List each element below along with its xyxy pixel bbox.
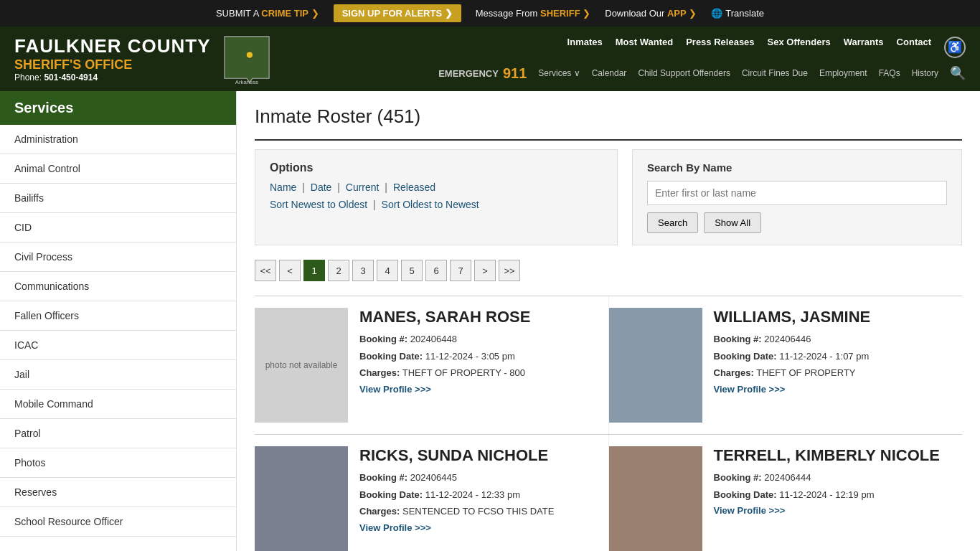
nav-inmates[interactable]: Inmates (567, 37, 603, 58)
sort-newest-link[interactable]: Sort Newest to Oldest (270, 199, 367, 210)
sidebar-item-communications[interactable]: Communications (0, 272, 236, 301)
sidebar-item-jail[interactable]: Jail (0, 360, 236, 390)
page-5[interactable]: 5 (401, 260, 423, 281)
logo-text: FAULKNER COUNTY SHERIFF'S OFFICE Phone: … (14, 35, 211, 83)
accessibility-button[interactable]: ♿ (944, 37, 966, 58)
app-download: Download Our APP ❯ (605, 8, 697, 19)
sheriff-message: Message From SHERIFF ❯ (476, 8, 591, 19)
inmate-name-manes: MANES, SARAH ROSE (359, 308, 601, 326)
page-3[interactable]: 3 (352, 260, 374, 281)
sidebar-item-fallen-officers[interactable]: Fallen Officers (0, 301, 236, 331)
options-search-row: Options Name | Date | Current | Released… (255, 149, 962, 245)
inmate-booking-date-williams: Booking Date: 11-12-2024 - 1:07 pm (714, 349, 956, 364)
inmate-photo-williams (609, 308, 702, 423)
inmate-info-williams: WILLIAMS, JASMINE Booking #: 202406446 B… (714, 308, 963, 423)
sidebar-item-animal-control[interactable]: Animal Control (0, 154, 236, 184)
inmate-profile-link-terrell[interactable]: View Profile >>> (714, 505, 786, 516)
search-button[interactable]: 🔍 (950, 65, 966, 81)
inmate-booking-date-ricks: Booking Date: 11-12-2024 - 12:33 pm (359, 488, 601, 502)
inmate-profile-link-williams[interactable]: View Profile >>> (714, 384, 786, 395)
page-last[interactable]: >> (499, 260, 520, 281)
inmate-name-williams: WILLIAMS, JASMINE (714, 308, 956, 326)
nav-sex-offenders[interactable]: Sex Offenders (768, 37, 831, 58)
inmate-grid: photo not available MANES, SARAH ROSE Bo… (255, 296, 962, 551)
inmate-profile-link-ricks[interactable]: View Profile >>> (359, 522, 431, 533)
inmate-card-manes: photo not available MANES, SARAH ROSE Bo… (255, 296, 609, 434)
search-box: Search By Name Search Show All (632, 149, 962, 245)
sidebar-item-mobile-command[interactable]: Mobile Command (0, 390, 236, 419)
inmate-card-ricks: RICKS, SUNDA NICHOLE Booking #: 20240644… (255, 435, 609, 551)
options-links: Name | Date | Current | Released (270, 182, 603, 193)
inmate-photo-ricks (255, 446, 348, 551)
nav-contact[interactable]: Contact (897, 37, 931, 58)
sidebar-item-civil-process[interactable]: Civil Process (0, 242, 236, 272)
sort-name-link[interactable]: Name (270, 182, 296, 193)
sort-oldest-link[interactable]: Sort Oldest to Newest (382, 199, 479, 210)
inmate-card-williams: WILLIAMS, JASMINE Booking #: 202406446 B… (609, 296, 963, 434)
page-7[interactable]: 7 (450, 260, 471, 281)
search-heading: Search By Name (647, 161, 947, 174)
nav-child-support[interactable]: Child Support Offenders (638, 68, 730, 78)
inmate-photo-terrell (609, 446, 702, 551)
show-all-button[interactable]: Show All (704, 212, 761, 233)
main-wrapper: Services Administration Animal Control B… (0, 91, 980, 551)
sidebar-item-cid[interactable]: CID (0, 213, 236, 242)
header: FAULKNER COUNTY SHERIFF'S OFFICE Phone: … (0, 27, 980, 91)
top-bar: SUBMIT A CRIME TIP ❯ SIGN UP FOR ALERTS … (0, 0, 980, 27)
nav-history[interactable]: History (912, 68, 938, 78)
sidebar: Services Administration Animal Control B… (0, 91, 237, 551)
page-first[interactable]: << (255, 260, 276, 281)
svg-text:Arkansas: Arkansas (235, 79, 258, 84)
title-divider (255, 139, 962, 141)
sort-date-link[interactable]: Date (311, 182, 332, 193)
sort-released-link[interactable]: Released (393, 182, 435, 193)
page-next[interactable]: > (474, 260, 496, 281)
sidebar-item-administration[interactable]: Administration (0, 125, 236, 154)
sidebar-item-school-resource[interactable]: School Resource Officer (0, 507, 236, 537)
sidebar-header: Services (0, 91, 236, 125)
inmate-charges-williams: Charges: THEFT OF PROPERTY (714, 366, 956, 380)
page-prev[interactable]: < (279, 260, 301, 281)
sidebar-item-reserves[interactable]: Reserves (0, 478, 236, 507)
search-input[interactable] (647, 181, 947, 205)
sidebar-item-photos[interactable]: Photos (0, 448, 236, 478)
crime-tip-text: SUBMIT A CRIME TIP ❯ (216, 8, 319, 19)
page-6[interactable]: 6 (425, 260, 447, 281)
inmate-booking-num-manes: Booking #: 202406448 (359, 332, 601, 347)
sidebar-item-icac[interactable]: ICAC (0, 331, 236, 360)
sidebar-item-bailiffs[interactable]: Bailiffs (0, 184, 236, 213)
translate-btn[interactable]: 🌐 Translate (711, 8, 764, 19)
arkansas-map: Arkansas (218, 34, 275, 84)
pagination: << < 1 2 3 4 5 6 7 > >> (255, 260, 962, 281)
inmate-booking-num-ricks: Booking #: 202406445 (359, 471, 601, 485)
inmate-booking-date-manes: Booking Date: 11-12-2024 - 3:05 pm (359, 349, 601, 364)
nav-bottom-links: EMERGENCY 911 Services ∨ Calendar Child … (438, 65, 966, 82)
sort-links: Sort Newest to Oldest | Sort Oldest to N… (270, 199, 603, 210)
nav-most-wanted[interactable]: Most Wanted (616, 37, 673, 58)
inmate-profile-link-manes[interactable]: View Profile >>> (359, 384, 431, 395)
options-heading: Options (270, 161, 603, 174)
nav-calendar[interactable]: Calendar (592, 68, 627, 78)
logo-area: FAULKNER COUNTY SHERIFF'S OFFICE Phone: … (14, 34, 438, 84)
nav-circuit-fines[interactable]: Circuit Fines Due (742, 68, 808, 78)
page-2[interactable]: 2 (328, 260, 349, 281)
page-title: Inmate Roster (451) (255, 105, 962, 128)
nav-press-releases[interactable]: Press Releases (686, 37, 754, 58)
page-1[interactable]: 1 (303, 260, 325, 281)
inmate-row-2: RICKS, SUNDA NICHOLE Booking #: 20240644… (255, 434, 962, 551)
inmate-booking-num-williams: Booking #: 202406446 (714, 332, 956, 347)
search-button-submit[interactable]: Search (647, 212, 698, 233)
nav-employment[interactable]: Employment (819, 68, 867, 78)
page-4[interactable]: 4 (377, 260, 398, 281)
search-buttons: Search Show All (647, 212, 947, 233)
nav-services[interactable]: Services ∨ (538, 68, 580, 78)
alerts-button[interactable]: SIGN UP FOR ALERTS ❯ (334, 4, 461, 22)
sidebar-item-patrol[interactable]: Patrol (0, 419, 236, 448)
sort-current-link[interactable]: Current (346, 182, 380, 193)
inmate-row-1: photo not available MANES, SARAH ROSE Bo… (255, 296, 962, 434)
nav-faqs[interactable]: FAQs (879, 68, 900, 78)
emergency-badge: EMERGENCY 911 (438, 65, 527, 82)
nav-warrants[interactable]: Warrants (844, 37, 884, 58)
svg-marker-0 (224, 37, 268, 83)
inmate-photo-manes: photo not available (255, 308, 348, 423)
